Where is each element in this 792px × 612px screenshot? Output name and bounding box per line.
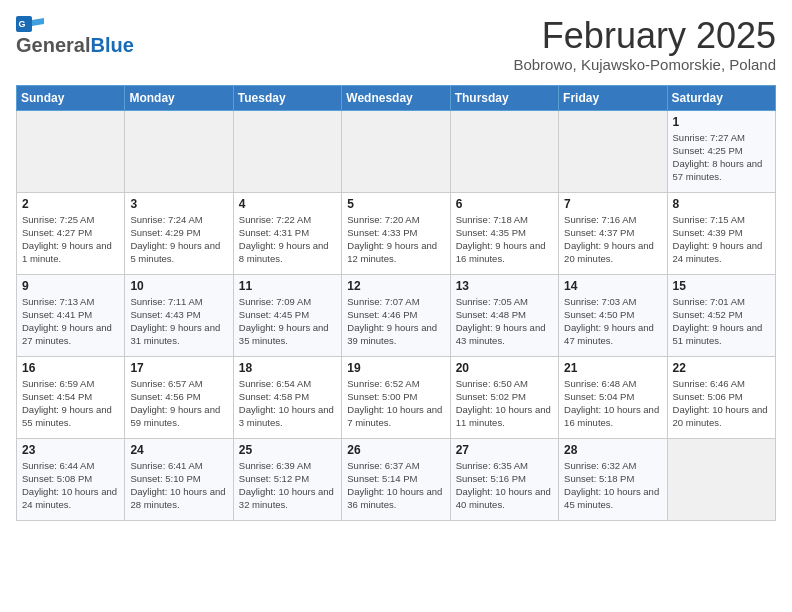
- day-cell: 20Sunrise: 6:50 AM Sunset: 5:02 PM Dayli…: [450, 356, 558, 438]
- day-cell: 22Sunrise: 6:46 AM Sunset: 5:06 PM Dayli…: [667, 356, 775, 438]
- day-cell: [559, 110, 667, 192]
- day-number: 20: [456, 361, 553, 375]
- day-info: Sunrise: 6:48 AM Sunset: 5:04 PM Dayligh…: [564, 377, 661, 430]
- day-cell: [667, 438, 775, 520]
- day-cell: 4Sunrise: 7:22 AM Sunset: 4:31 PM Daylig…: [233, 192, 341, 274]
- day-number: 9: [22, 279, 119, 293]
- day-cell: 11Sunrise: 7:09 AM Sunset: 4:45 PM Dayli…: [233, 274, 341, 356]
- week-row-2: 2Sunrise: 7:25 AM Sunset: 4:27 PM Daylig…: [17, 192, 776, 274]
- day-number: 4: [239, 197, 336, 211]
- weekday-header-row: SundayMondayTuesdayWednesdayThursdayFrid…: [17, 85, 776, 110]
- day-info: Sunrise: 7:22 AM Sunset: 4:31 PM Dayligh…: [239, 213, 336, 266]
- day-info: Sunrise: 6:37 AM Sunset: 5:14 PM Dayligh…: [347, 459, 444, 512]
- day-info: Sunrise: 7:18 AM Sunset: 4:35 PM Dayligh…: [456, 213, 553, 266]
- day-cell: 1Sunrise: 7:27 AM Sunset: 4:25 PM Daylig…: [667, 110, 775, 192]
- weekday-thursday: Thursday: [450, 85, 558, 110]
- day-info: Sunrise: 7:13 AM Sunset: 4:41 PM Dayligh…: [22, 295, 119, 348]
- day-info: Sunrise: 7:01 AM Sunset: 4:52 PM Dayligh…: [673, 295, 770, 348]
- weekday-friday: Friday: [559, 85, 667, 110]
- day-info: Sunrise: 6:54 AM Sunset: 4:58 PM Dayligh…: [239, 377, 336, 430]
- day-cell: 21Sunrise: 6:48 AM Sunset: 5:04 PM Dayli…: [559, 356, 667, 438]
- logo-general: General: [16, 34, 90, 57]
- day-number: 24: [130, 443, 227, 457]
- day-number: 11: [239, 279, 336, 293]
- logo: G General Blue: [16, 16, 134, 57]
- day-cell: 24Sunrise: 6:41 AM Sunset: 5:10 PM Dayli…: [125, 438, 233, 520]
- day-cell: 27Sunrise: 6:35 AM Sunset: 5:16 PM Dayli…: [450, 438, 558, 520]
- day-cell: 3Sunrise: 7:24 AM Sunset: 4:29 PM Daylig…: [125, 192, 233, 274]
- day-cell: 18Sunrise: 6:54 AM Sunset: 4:58 PM Dayli…: [233, 356, 341, 438]
- day-cell: 6Sunrise: 7:18 AM Sunset: 4:35 PM Daylig…: [450, 192, 558, 274]
- day-cell: [125, 110, 233, 192]
- week-row-1: 1Sunrise: 7:27 AM Sunset: 4:25 PM Daylig…: [17, 110, 776, 192]
- day-number: 1: [673, 115, 770, 129]
- day-info: Sunrise: 7:25 AM Sunset: 4:27 PM Dayligh…: [22, 213, 119, 266]
- day-number: 28: [564, 443, 661, 457]
- day-number: 10: [130, 279, 227, 293]
- day-number: 13: [456, 279, 553, 293]
- day-cell: [233, 110, 341, 192]
- day-info: Sunrise: 7:09 AM Sunset: 4:45 PM Dayligh…: [239, 295, 336, 348]
- day-cell: 14Sunrise: 7:03 AM Sunset: 4:50 PM Dayli…: [559, 274, 667, 356]
- day-info: Sunrise: 6:50 AM Sunset: 5:02 PM Dayligh…: [456, 377, 553, 430]
- day-cell: 16Sunrise: 6:59 AM Sunset: 4:54 PM Dayli…: [17, 356, 125, 438]
- weekday-monday: Monday: [125, 85, 233, 110]
- day-number: 21: [564, 361, 661, 375]
- day-cell: 12Sunrise: 7:07 AM Sunset: 4:46 PM Dayli…: [342, 274, 450, 356]
- day-number: 25: [239, 443, 336, 457]
- day-info: Sunrise: 7:11 AM Sunset: 4:43 PM Dayligh…: [130, 295, 227, 348]
- day-number: 19: [347, 361, 444, 375]
- day-cell: 9Sunrise: 7:13 AM Sunset: 4:41 PM Daylig…: [17, 274, 125, 356]
- day-cell: 17Sunrise: 6:57 AM Sunset: 4:56 PM Dayli…: [125, 356, 233, 438]
- day-number: 17: [130, 361, 227, 375]
- page-header: G General Blue February 2025 Bobrowo, Ku…: [16, 16, 776, 73]
- day-number: 27: [456, 443, 553, 457]
- day-info: Sunrise: 7:03 AM Sunset: 4:50 PM Dayligh…: [564, 295, 661, 348]
- day-number: 12: [347, 279, 444, 293]
- day-number: 2: [22, 197, 119, 211]
- day-cell: 15Sunrise: 7:01 AM Sunset: 4:52 PM Dayli…: [667, 274, 775, 356]
- day-cell: 8Sunrise: 7:15 AM Sunset: 4:39 PM Daylig…: [667, 192, 775, 274]
- day-number: 26: [347, 443, 444, 457]
- calendar-title: February 2025: [513, 16, 776, 56]
- day-info: Sunrise: 6:32 AM Sunset: 5:18 PM Dayligh…: [564, 459, 661, 512]
- day-cell: 7Sunrise: 7:16 AM Sunset: 4:37 PM Daylig…: [559, 192, 667, 274]
- day-info: Sunrise: 6:46 AM Sunset: 5:06 PM Dayligh…: [673, 377, 770, 430]
- day-info: Sunrise: 7:27 AM Sunset: 4:25 PM Dayligh…: [673, 131, 770, 184]
- day-cell: 26Sunrise: 6:37 AM Sunset: 5:14 PM Dayli…: [342, 438, 450, 520]
- week-row-4: 16Sunrise: 6:59 AM Sunset: 4:54 PM Dayli…: [17, 356, 776, 438]
- day-cell: 25Sunrise: 6:39 AM Sunset: 5:12 PM Dayli…: [233, 438, 341, 520]
- day-info: Sunrise: 7:24 AM Sunset: 4:29 PM Dayligh…: [130, 213, 227, 266]
- weekday-sunday: Sunday: [17, 85, 125, 110]
- day-cell: [450, 110, 558, 192]
- weekday-saturday: Saturday: [667, 85, 775, 110]
- day-info: Sunrise: 6:57 AM Sunset: 4:56 PM Dayligh…: [130, 377, 227, 430]
- day-info: Sunrise: 6:41 AM Sunset: 5:10 PM Dayligh…: [130, 459, 227, 512]
- week-row-3: 9Sunrise: 7:13 AM Sunset: 4:41 PM Daylig…: [17, 274, 776, 356]
- day-number: 22: [673, 361, 770, 375]
- day-info: Sunrise: 6:39 AM Sunset: 5:12 PM Dayligh…: [239, 459, 336, 512]
- day-info: Sunrise: 6:44 AM Sunset: 5:08 PM Dayligh…: [22, 459, 119, 512]
- day-number: 8: [673, 197, 770, 211]
- day-info: Sunrise: 7:20 AM Sunset: 4:33 PM Dayligh…: [347, 213, 444, 266]
- day-number: 14: [564, 279, 661, 293]
- day-cell: 23Sunrise: 6:44 AM Sunset: 5:08 PM Dayli…: [17, 438, 125, 520]
- day-cell: 19Sunrise: 6:52 AM Sunset: 5:00 PM Dayli…: [342, 356, 450, 438]
- calendar-subtitle: Bobrowo, Kujawsko-Pomorskie, Poland: [513, 56, 776, 73]
- week-row-5: 23Sunrise: 6:44 AM Sunset: 5:08 PM Dayli…: [17, 438, 776, 520]
- day-info: Sunrise: 7:05 AM Sunset: 4:48 PM Dayligh…: [456, 295, 553, 348]
- svg-marker-2: [32, 18, 44, 26]
- day-info: Sunrise: 6:35 AM Sunset: 5:16 PM Dayligh…: [456, 459, 553, 512]
- day-number: 15: [673, 279, 770, 293]
- day-number: 7: [564, 197, 661, 211]
- day-info: Sunrise: 7:15 AM Sunset: 4:39 PM Dayligh…: [673, 213, 770, 266]
- day-cell: 28Sunrise: 6:32 AM Sunset: 5:18 PM Dayli…: [559, 438, 667, 520]
- day-info: Sunrise: 6:59 AM Sunset: 4:54 PM Dayligh…: [22, 377, 119, 430]
- calendar-table: SundayMondayTuesdayWednesdayThursdayFrid…: [16, 85, 776, 521]
- day-cell: [17, 110, 125, 192]
- day-cell: 13Sunrise: 7:05 AM Sunset: 4:48 PM Dayli…: [450, 274, 558, 356]
- day-info: Sunrise: 7:07 AM Sunset: 4:46 PM Dayligh…: [347, 295, 444, 348]
- day-number: 18: [239, 361, 336, 375]
- day-cell: 2Sunrise: 7:25 AM Sunset: 4:27 PM Daylig…: [17, 192, 125, 274]
- day-info: Sunrise: 7:16 AM Sunset: 4:37 PM Dayligh…: [564, 213, 661, 266]
